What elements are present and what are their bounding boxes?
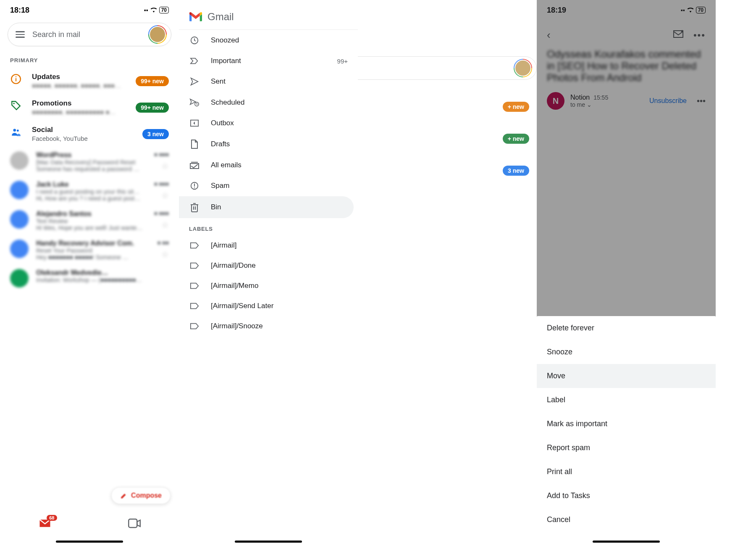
account-avatar[interactable]	[148, 25, 167, 44]
drawer-item-snoozed[interactable]: Snoozed	[179, 30, 358, 51]
badge-promotions: 99+ new	[136, 103, 169, 113]
panel-email-view: 18:19 ▪▪ 70 ‹ ••• Odysseas Kourafakos co…	[537, 0, 716, 546]
search-bar-partial[interactable]	[358, 56, 537, 80]
account-avatar[interactable]	[514, 59, 532, 77]
menu-icon[interactable]	[16, 31, 25, 38]
email-row[interactable]: Oleksandr Medvedie…Invitation: Workshop …	[0, 265, 179, 292]
sheet-mark-as-important[interactable]: Mark as important	[537, 412, 716, 436]
wifi-icon	[150, 7, 158, 14]
svg-rect-12	[194, 184, 195, 187]
email-row[interactable]: Handy Recovery Advisor Com.Reset Your Pa…	[0, 235, 179, 265]
drawer-item-bin[interactable]: Bin	[179, 196, 354, 218]
trash-icon	[189, 202, 200, 212]
sheet-report-spam[interactable]: Report spam	[537, 436, 716, 460]
drawer-item-spam[interactable]: Spam	[179, 175, 358, 196]
tag-icon	[10, 100, 22, 111]
status-bar: 18:18 ▪▪ 70	[0, 0, 179, 20]
bottom-nav: 68	[0, 515, 179, 533]
nav-mail[interactable]: 68	[39, 518, 51, 530]
sheet-print-all[interactable]: Print all	[537, 460, 716, 484]
schedule-icon	[189, 98, 200, 107]
drawer-item-label: Scheduled	[211, 98, 244, 107]
drawer-item-count: 99+	[337, 58, 348, 65]
drawer-label[interactable]: [Airmail]/Send Later	[179, 296, 358, 316]
home-indicator	[56, 541, 123, 543]
drawer-item-important[interactable]: Important 99+	[179, 51, 358, 71]
svg-point-4	[13, 129, 16, 132]
category-sub: ■■■■■, ■■■■■■, ■■■■■, ■■■…	[32, 82, 126, 89]
category-promotions[interactable]: Promotions ■■■■■■■■, ■■■■■■■■■■ ■… 99+ n…	[0, 94, 179, 121]
drawer-item-label: All emails	[211, 161, 242, 169]
panel-inbox: 18:18 ▪▪ 70 Search in mail PRIMARY Updat…	[0, 0, 179, 546]
svg-rect-13	[194, 187, 195, 188]
status-icons: ▪▪ 70	[144, 7, 169, 14]
drawer-label-text: [Airmail]	[211, 241, 236, 250]
label-icon	[189, 282, 200, 290]
label-icon	[189, 302, 200, 310]
file-icon	[189, 139, 200, 149]
category-updates[interactable]: Updates ■■■■■, ■■■■■■, ■■■■■, ■■■… 99+ n…	[0, 68, 179, 94]
label-icon	[189, 262, 200, 269]
drawer-label-text: [Airmail]/Memo	[211, 282, 258, 290]
send-icon	[189, 77, 200, 86]
alert-icon	[189, 181, 200, 190]
svg-rect-6	[129, 519, 137, 528]
sheet-cancel[interactable]: Cancel	[537, 508, 716, 532]
label-icon	[189, 322, 200, 330]
badge-partial: + new	[503, 134, 529, 144]
action-sheet: Delete foreverSnoozeMoveLabelMark as imp…	[537, 316, 716, 546]
drawer-label[interactable]: [Airmail]/Snooze	[179, 316, 358, 336]
badge-updates: 99+ new	[136, 76, 169, 86]
category-sub: ■■■■■■■■, ■■■■■■■■■■ ■…	[32, 108, 126, 116]
drawer-labels-header: LABELS	[179, 218, 358, 235]
important-icon	[189, 57, 200, 65]
outbox-icon	[189, 119, 200, 127]
drawer-item-scheduled[interactable]: Scheduled	[179, 92, 358, 113]
svg-rect-2	[16, 76, 16, 77]
sheet-add-to-tasks[interactable]: Add to Tasks	[537, 484, 716, 508]
category-title: Updates	[32, 73, 126, 81]
sheet-move[interactable]: Move	[537, 364, 716, 388]
drawer-label[interactable]: [Airmail]/Done	[179, 256, 358, 276]
sheet-snooze[interactable]: Snooze	[537, 340, 716, 364]
signal-icon: ▪▪	[144, 7, 148, 13]
drawer-label[interactable]: [Airmail]/Memo	[179, 276, 358, 296]
svg-point-5	[17, 129, 19, 132]
drawer-item-label: Snoozed	[211, 36, 239, 45]
drawer-item-label: Bin	[211, 203, 221, 211]
drawer-item-sent[interactable]: Sent	[179, 71, 358, 92]
drawer-label[interactable]: [Airmail]	[179, 235, 358, 256]
status-time: 18:18	[10, 6, 29, 15]
drawer-label-text: [Airmail]/Done	[211, 261, 256, 270]
drawer-label-text: [Airmail]/Snooze	[211, 322, 263, 330]
people-icon	[10, 127, 22, 137]
gmail-brand: Gmail	[179, 0, 358, 30]
drawer-item-all-emails[interactable]: All emails	[179, 155, 358, 175]
search-input[interactable]: Search in mail	[32, 30, 148, 39]
sheet-delete-forever[interactable]: Delete forever	[537, 316, 716, 340]
drawer-item-label: Drafts	[211, 140, 230, 148]
badge-partial: + new	[503, 102, 529, 112]
sheet-label[interactable]: Label	[537, 388, 716, 412]
category-social[interactable]: Social Facebook, YouTube 3 new	[0, 121, 179, 147]
drawer-item-label: Sent	[211, 77, 226, 86]
drawer-item-drafts[interactable]: Drafts	[179, 133, 358, 155]
gmail-icon	[188, 11, 203, 23]
category-title: Social	[32, 126, 132, 134]
compose-label: Compose	[131, 492, 162, 499]
search-bar[interactable]: Search in mail	[8, 23, 171, 46]
email-row[interactable]: WordPress[Mac Data Recovery] Password Re…	[0, 147, 179, 177]
gmail-title: Gmail	[207, 11, 234, 23]
info-icon	[10, 74, 22, 84]
email-row[interactable]: Alejandro SantosText ReviewHi Wes, Hope …	[0, 206, 179, 235]
nav-video[interactable]	[128, 518, 141, 530]
svg-rect-1	[16, 78, 16, 82]
compose-button[interactable]: Compose	[111, 487, 171, 504]
label-icon	[189, 242, 200, 249]
drawer-item-outbox[interactable]: Outbox	[179, 113, 358, 133]
category-sub: Facebook, YouTube	[32, 135, 132, 142]
panel-drawer: Gmail Snoozed Important 99+ Sent Schedul…	[179, 0, 358, 546]
category-title: Promotions	[32, 99, 126, 108]
section-primary: PRIMARY	[0, 51, 179, 68]
email-row[interactable]: Jack LukeI need a guest posting on your …	[0, 177, 179, 206]
